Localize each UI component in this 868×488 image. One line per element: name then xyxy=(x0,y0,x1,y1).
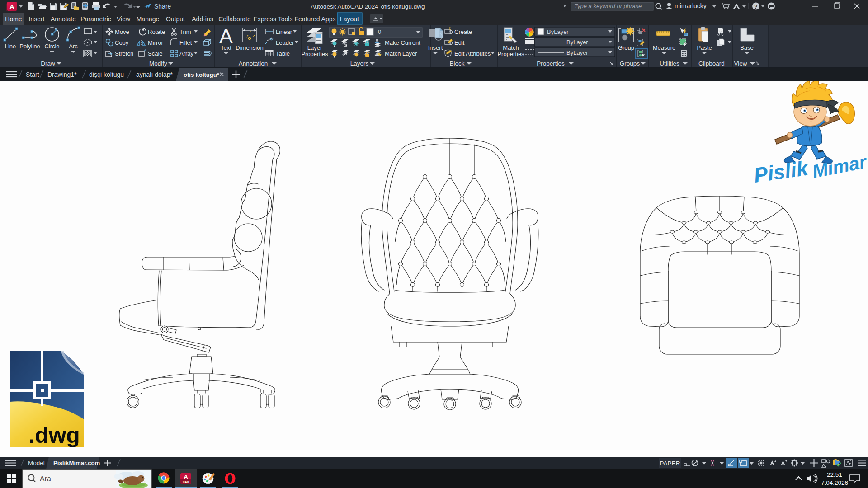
svg-text:Trim: Trim xyxy=(179,28,191,35)
svg-text:7.04.2026: 7.04.2026 xyxy=(821,479,848,486)
svg-text:Ara: Ara xyxy=(40,475,51,483)
svg-text:CAD: CAD xyxy=(183,480,189,483)
svg-text:Linear: Linear xyxy=(276,28,292,35)
svg-text:Array: Array xyxy=(179,50,194,57)
svg-text:Properties: Properties xyxy=(301,51,328,57)
svg-text:Rotate: Rotate xyxy=(148,28,165,35)
svg-text:Properties: Properties xyxy=(497,51,524,57)
svg-text:Annotation: Annotation xyxy=(239,60,268,67)
svg-text:Parametric: Parametric xyxy=(80,15,111,23)
svg-text:Add-ins: Add-ins xyxy=(192,15,213,23)
svg-text:Circle: Circle xyxy=(44,43,59,50)
svg-text:Start: Start xyxy=(26,71,39,78)
svg-text:Text: Text xyxy=(221,44,231,51)
svg-text:0: 0 xyxy=(378,28,381,35)
svg-text:22:51: 22:51 xyxy=(827,471,842,478)
svg-text:ofis koltugu*: ofis koltugu* xyxy=(184,71,220,78)
svg-text:Polyline: Polyline xyxy=(19,43,40,50)
svg-text:Modify: Modify xyxy=(149,60,167,67)
svg-text:Move: Move xyxy=(115,28,129,35)
svg-text:Dimension: Dimension xyxy=(236,44,263,51)
svg-text:Create: Create xyxy=(454,28,472,35)
svg-text:Match: Match xyxy=(503,44,519,51)
svg-text:Express Tools: Express Tools xyxy=(254,15,293,23)
svg-text:A: A xyxy=(219,25,233,47)
svg-text:Pislik: Pislik xyxy=(752,156,811,187)
svg-text:Draw: Draw xyxy=(41,60,55,67)
svg-text:View: View xyxy=(117,15,131,23)
svg-text:Base: Base xyxy=(740,44,754,51)
svg-text:Collaborate: Collaborate xyxy=(218,15,251,23)
svg-text:Arc: Arc xyxy=(69,43,78,50)
svg-text:A: A xyxy=(184,474,188,480)
svg-text:?: ? xyxy=(754,4,757,10)
svg-text:Fillet: Fillet xyxy=(179,39,192,46)
svg-text:Copy: Copy xyxy=(115,39,129,46)
svg-text:Type a keyword or phrase: Type a keyword or phrase xyxy=(574,3,642,9)
svg-text:Block: Block xyxy=(449,60,464,67)
svg-text:ByLayer: ByLayer xyxy=(566,39,588,46)
svg-text:Insert: Insert xyxy=(428,44,443,51)
svg-text:Layer: Layer xyxy=(307,44,322,51)
svg-text:Featured Apps: Featured Apps xyxy=(294,15,335,23)
svg-text:Drawing1*: Drawing1* xyxy=(47,71,77,78)
svg-text:Stretch: Stretch xyxy=(115,50,133,57)
svg-text:PAPER: PAPER xyxy=(660,460,680,467)
svg-text:aynalı dolap*: aynalı dolap* xyxy=(136,71,173,78)
svg-text:Output: Output xyxy=(166,15,185,23)
svg-text:ofis koltugu.dwg: ofis koltugu.dwg xyxy=(381,3,425,10)
svg-text:Edit: Edit xyxy=(454,39,465,46)
svg-text:Layout: Layout xyxy=(340,15,359,23)
svg-text:Make Current: Make Current xyxy=(385,39,420,46)
svg-text:Match Layer: Match Layer xyxy=(385,50,417,57)
svg-text:Edit Attributes: Edit Attributes xyxy=(454,50,491,57)
svg-text:Line: Line xyxy=(5,43,16,50)
svg-text:Home: Home xyxy=(5,15,22,23)
svg-text:.dwg: .dwg xyxy=(28,422,80,448)
svg-text:Clipboard: Clipboard xyxy=(698,60,725,67)
svg-text:Annotate: Annotate xyxy=(51,15,76,23)
svg-text:Groups: Groups xyxy=(620,60,640,67)
svg-text:A: A xyxy=(9,3,14,10)
svg-text:dişçi koltugu: dişçi koltugu xyxy=(89,71,124,78)
svg-text:View: View xyxy=(734,60,747,67)
svg-text:ByLayer: ByLayer xyxy=(566,49,588,56)
svg-text:Properties: Properties xyxy=(537,60,565,67)
svg-text:PislikMimar.com: PislikMimar.com xyxy=(53,460,100,466)
svg-text:Autodesk AutoCAD 2024: Autodesk AutoCAD 2024 xyxy=(311,3,378,10)
svg-text:ByLayer: ByLayer xyxy=(547,28,569,35)
svg-text:Mirror: Mirror xyxy=(148,39,164,46)
svg-text:Table: Table xyxy=(276,50,290,57)
svg-text:Leader: Leader xyxy=(276,39,294,46)
svg-text:Share: Share xyxy=(154,3,171,10)
svg-text:Group: Group xyxy=(618,44,634,51)
svg-text:mimarlucky: mimarlucky xyxy=(675,2,707,9)
svg-text:Insert: Insert xyxy=(28,15,44,23)
svg-text:Scale: Scale xyxy=(148,50,163,57)
svg-text:Model: Model xyxy=(28,460,45,466)
svg-text:Layers: Layers xyxy=(350,60,369,67)
svg-text:Measure: Measure xyxy=(653,44,676,51)
svg-text:Manage: Manage xyxy=(137,15,160,23)
svg-text:Paste: Paste xyxy=(697,44,712,51)
svg-text:Utilities: Utilities xyxy=(660,60,679,67)
